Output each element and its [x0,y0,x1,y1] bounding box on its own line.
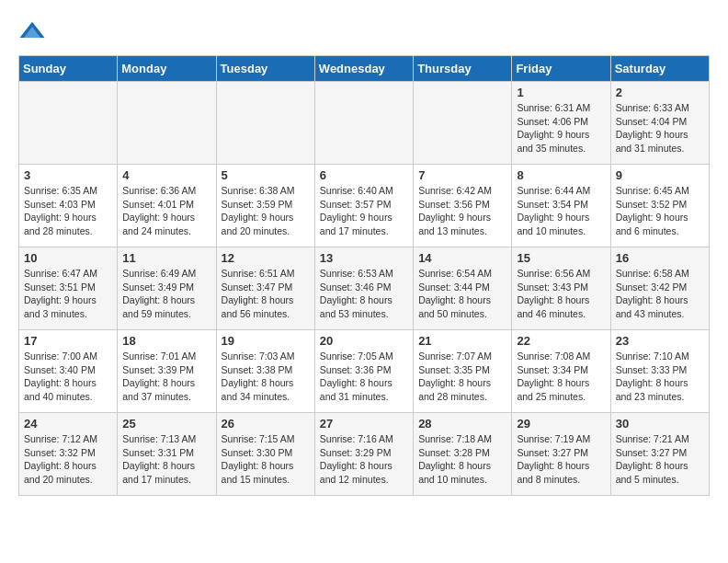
day-info: Sunrise: 7:00 AMSunset: 3:40 PMDaylight:… [24,350,112,404]
calendar-cell: 9Sunrise: 6:45 AMSunset: 3:52 PMDaylight… [610,165,709,247]
day-number: 14 [418,251,506,265]
calendar-cell: 8Sunrise: 6:44 AMSunset: 3:54 PMDaylight… [512,165,610,247]
calendar-cell: 3Sunrise: 6:35 AMSunset: 4:03 PMDaylight… [19,165,118,247]
day-number: 11 [122,251,210,265]
day-info: Sunrise: 6:31 AMSunset: 4:06 PMDaylight:… [517,101,605,155]
day-info: Sunrise: 6:54 AMSunset: 3:44 PMDaylight:… [418,267,506,321]
calendar-table: SundayMondayTuesdayWednesdayThursdayFrid… [18,55,710,496]
calendar-cell [19,82,118,165]
day-number: 5 [222,168,310,182]
column-header-tuesday: Tuesday [216,56,314,82]
calendar-week-row: 3Sunrise: 6:35 AMSunset: 4:03 PMDaylight… [19,165,710,247]
day-info: Sunrise: 7:16 AMSunset: 3:29 PMDaylight:… [320,432,408,487]
day-number: 18 [122,334,210,348]
day-info: Sunrise: 7:13 AMSunset: 3:31 PMDaylight:… [122,432,210,487]
day-info: Sunrise: 7:18 AMSunset: 3:28 PMDaylight:… [418,432,506,487]
calendar-cell: 26Sunrise: 7:15 AMSunset: 3:30 PMDayligh… [216,413,314,496]
day-number: 28 [418,417,506,431]
calendar-cell: 28Sunrise: 7:18 AMSunset: 3:28 PMDayligh… [414,413,512,496]
calendar-cell: 25Sunrise: 7:13 AMSunset: 3:31 PMDayligh… [118,413,216,496]
calendar-cell: 19Sunrise: 7:03 AMSunset: 3:38 PMDayligh… [216,330,314,413]
column-header-wednesday: Wednesday [314,56,413,82]
day-number: 13 [320,251,408,265]
day-number: 25 [122,417,210,431]
calendar-cell: 16Sunrise: 6:58 AMSunset: 3:42 PMDayligh… [610,247,709,330]
calendar-cell: 7Sunrise: 6:42 AMSunset: 3:56 PMDaylight… [414,165,512,247]
calendar-cell: 30Sunrise: 7:21 AMSunset: 3:27 PMDayligh… [610,413,709,496]
calendar-cell: 24Sunrise: 7:12 AMSunset: 3:32 PMDayligh… [19,413,118,496]
column-header-friday: Friday [512,56,610,82]
day-info: Sunrise: 7:12 AMSunset: 3:32 PMDaylight:… [24,432,112,487]
calendar-cell: 1Sunrise: 6:31 AMSunset: 4:06 PMDaylight… [512,82,610,165]
day-number: 1 [517,86,605,99]
calendar-cell: 20Sunrise: 7:05 AMSunset: 3:36 PMDayligh… [314,330,413,413]
day-info: Sunrise: 6:42 AMSunset: 3:56 PMDaylight:… [418,184,506,238]
day-number: 2 [616,86,704,99]
column-header-thursday: Thursday [414,56,512,82]
day-number: 26 [222,417,310,431]
day-number: 22 [517,334,605,348]
day-number: 4 [122,168,210,182]
column-header-saturday: Saturday [610,56,709,82]
calendar-cell: 27Sunrise: 7:16 AMSunset: 3:29 PMDayligh… [314,413,413,496]
day-number: 8 [517,168,605,182]
day-info: Sunrise: 6:58 AMSunset: 3:42 PMDaylight:… [616,267,704,321]
calendar-cell: 15Sunrise: 6:56 AMSunset: 3:43 PMDayligh… [512,247,610,330]
calendar-cell: 22Sunrise: 7:08 AMSunset: 3:34 PMDayligh… [512,330,610,413]
day-number: 30 [616,417,704,431]
column-header-sunday: Sunday [19,56,118,82]
day-number: 10 [24,251,112,265]
calendar-cell: 21Sunrise: 7:07 AMSunset: 3:35 PMDayligh… [414,330,512,413]
day-number: 6 [320,168,408,182]
day-info: Sunrise: 6:40 AMSunset: 3:57 PMDaylight:… [320,184,408,238]
day-info: Sunrise: 6:44 AMSunset: 3:54 PMDaylight:… [517,184,605,238]
day-info: Sunrise: 7:03 AMSunset: 3:38 PMDaylight:… [222,350,310,404]
calendar-cell: 13Sunrise: 6:53 AMSunset: 3:46 PMDayligh… [314,247,413,330]
column-header-monday: Monday [118,56,216,82]
day-number: 29 [517,417,605,431]
calendar-cell: 18Sunrise: 7:01 AMSunset: 3:39 PMDayligh… [118,330,216,413]
day-info: Sunrise: 7:21 AMSunset: 3:27 PMDaylight:… [616,432,704,487]
calendar-cell: 4Sunrise: 6:36 AMSunset: 4:01 PMDaylight… [118,165,216,247]
calendar-cell: 10Sunrise: 6:47 AMSunset: 3:51 PMDayligh… [19,247,118,330]
calendar-cell: 23Sunrise: 7:10 AMSunset: 3:33 PMDayligh… [610,330,709,413]
day-info: Sunrise: 6:56 AMSunset: 3:43 PMDaylight:… [517,267,605,321]
day-info: Sunrise: 6:45 AMSunset: 3:52 PMDaylight:… [616,184,704,238]
day-info: Sunrise: 7:08 AMSunset: 3:34 PMDaylight:… [517,350,605,404]
calendar-cell: 2Sunrise: 6:33 AMSunset: 4:04 PMDaylight… [610,82,709,165]
day-number: 23 [616,334,704,348]
calendar-cell [414,82,512,165]
calendar-cell [118,82,216,165]
day-info: Sunrise: 6:38 AMSunset: 3:59 PMDaylight:… [222,184,310,238]
day-info: Sunrise: 7:05 AMSunset: 3:36 PMDaylight:… [320,350,408,404]
calendar-cell: 14Sunrise: 6:54 AMSunset: 3:44 PMDayligh… [414,247,512,330]
calendar-week-row: 24Sunrise: 7:12 AMSunset: 3:32 PMDayligh… [19,413,710,496]
day-number: 12 [222,251,310,265]
calendar-cell: 12Sunrise: 6:51 AMSunset: 3:47 PMDayligh… [216,247,314,330]
calendar-week-row: 17Sunrise: 7:00 AMSunset: 3:40 PMDayligh… [19,330,710,413]
logo [18,18,50,46]
day-info: Sunrise: 6:35 AMSunset: 4:03 PMDaylight:… [24,184,112,238]
page-header [18,18,710,46]
calendar-cell: 5Sunrise: 6:38 AMSunset: 3:59 PMDaylight… [216,165,314,247]
calendar-header-row: SundayMondayTuesdayWednesdayThursdayFrid… [19,56,710,82]
day-number: 27 [320,417,408,431]
day-info: Sunrise: 6:36 AMSunset: 4:01 PMDaylight:… [122,184,210,238]
calendar-week-row: 1Sunrise: 6:31 AMSunset: 4:06 PMDaylight… [19,82,710,165]
calendar-cell [314,82,413,165]
day-number: 20 [320,334,408,348]
day-number: 7 [418,168,506,182]
day-number: 3 [24,168,112,182]
day-info: Sunrise: 6:51 AMSunset: 3:47 PMDaylight:… [222,267,310,321]
day-info: Sunrise: 6:33 AMSunset: 4:04 PMDaylight:… [616,101,704,155]
day-number: 9 [616,168,704,182]
calendar-cell: 29Sunrise: 7:19 AMSunset: 3:27 PMDayligh… [512,413,610,496]
day-number: 17 [24,334,112,348]
day-info: Sunrise: 6:47 AMSunset: 3:51 PMDaylight:… [24,267,112,321]
day-info: Sunrise: 7:15 AMSunset: 3:30 PMDaylight:… [222,432,310,487]
calendar-cell: 17Sunrise: 7:00 AMSunset: 3:40 PMDayligh… [19,330,118,413]
day-info: Sunrise: 6:49 AMSunset: 3:49 PMDaylight:… [122,267,210,321]
calendar-week-row: 10Sunrise: 6:47 AMSunset: 3:51 PMDayligh… [19,247,710,330]
calendar-cell: 11Sunrise: 6:49 AMSunset: 3:49 PMDayligh… [118,247,216,330]
day-info: Sunrise: 7:01 AMSunset: 3:39 PMDaylight:… [122,350,210,404]
